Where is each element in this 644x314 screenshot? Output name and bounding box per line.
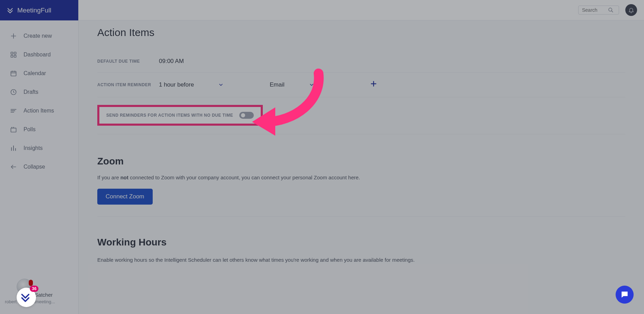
reminder-time-value: 1 hour before [159,81,194,88]
svg-rect-3 [14,55,16,57]
chat-icon [620,290,629,299]
nav-label: Insights [24,145,43,151]
reminder-channel-value: Email [270,81,285,88]
brand-header: MeetingFull [0,0,78,20]
svg-rect-4 [11,71,16,76]
no-due-reminder-toggle[interactable] [239,112,254,119]
add-reminder-button[interactable] [370,80,377,89]
reminder-channel-select[interactable]: Email [270,81,325,88]
bell-icon [628,7,634,13]
plus-icon [10,32,17,40]
nav-polls[interactable]: Polls [0,120,78,139]
plus-icon [370,80,377,87]
nav-label: Dashboard [24,52,51,58]
row-default-due-time: DEFAULT DUE TIME 09:00 AM [97,50,625,73]
default-due-time-label: DEFAULT DUE TIME [97,59,159,64]
notifications-button[interactable] [625,4,637,16]
chat-launcher[interactable]: 36 [17,288,36,307]
connect-zoom-button[interactable]: Connect Zoom [97,189,153,205]
user-block: t Satcher robert r@moonmeeting... [0,285,78,314]
brand-name: MeetingFull [17,7,51,14]
lines-icon [10,107,17,115]
topbar [79,0,644,20]
nav-label: Polls [24,126,36,133]
arrow-left-icon [10,163,17,171]
default-due-time-value[interactable]: 09:00 AM [159,58,184,65]
nav-label: Calendar [24,70,46,77]
chevron-down-icon [309,82,314,88]
working-hours-title: Working Hours [97,237,625,248]
search-icon [608,7,614,13]
section-title-action-items: Action Items [97,27,625,38]
nav-label: Action Items [24,108,54,114]
nav-list: Create new Dashboard Calendar Drafts [0,20,78,285]
brand-logo-icon [20,291,32,303]
reminder-label: ACTION ITEM REMINDER [97,82,159,87]
svg-rect-0 [11,52,13,54]
user-name: t Satcher [32,292,73,298]
chat-badge: 36 [30,286,38,292]
nav-collapse[interactable]: Collapse [0,158,78,176]
dashboard-icon [10,51,17,59]
zoom-desc-prefix: If you are [97,174,120,180]
intercom-launcher[interactable] [616,286,634,304]
nav-create-new[interactable]: Create new [0,27,78,45]
row-reminder: ACTION ITEM REMINDER 1 hour before Email [97,73,625,97]
calendar-icon [10,70,17,77]
sidebar: MeetingFull Create new Dashboard Calenda… [0,0,79,314]
nav-calendar[interactable]: Calendar [0,64,78,83]
nav-insights[interactable]: Insights [0,139,78,158]
nav-drafts[interactable]: Drafts [0,83,78,101]
no-due-reminder-row: SEND REMINDERS FOR ACTION ITEMS WITH NO … [97,105,263,126]
svg-rect-1 [14,52,16,54]
content: Action Items DEFAULT DUE TIME 09:00 AM A… [79,20,644,314]
zoom-section: Zoom If you are not connected to Zoom wi… [97,134,625,217]
working-hours-section: Working Hours Enable working hours so th… [97,217,625,263]
search-input[interactable] [582,7,608,13]
zoom-desc-bold: not [120,174,128,180]
search-wrap[interactable] [578,6,619,15]
clock-icon [10,88,17,96]
bars-icon [10,144,17,152]
nav-label: Drafts [24,89,38,95]
reminder-time-select[interactable]: 1 hour before [159,81,242,88]
working-hours-desc: Enable working hours so the Intelligent … [97,257,625,263]
polls-icon [10,126,17,133]
no-due-reminder-label: SEND REMINDERS FOR ACTION ITEMS WITH NO … [106,113,233,118]
zoom-desc-suffix: connected to Zoom with your company acco… [128,174,360,180]
toggle-knob [241,113,245,117]
main: Action Items DEFAULT DUE TIME 09:00 AM A… [79,0,644,314]
zoom-title: Zoom [97,156,625,167]
svg-rect-6 [11,128,16,132]
svg-rect-2 [11,55,13,57]
nav-action-items[interactable]: Action Items [0,101,78,120]
nav-label: Create new [24,33,52,39]
nav-dashboard[interactable]: Dashboard [0,45,78,64]
zoom-desc: If you are not connected to Zoom with yo… [97,174,625,180]
nav-label: Collapse [24,164,45,170]
brand-logo-icon [7,7,15,14]
chevron-down-icon [218,82,224,88]
avatar-badge-icon [29,280,33,286]
user-email: robert r@moonmeeting... [5,299,73,304]
